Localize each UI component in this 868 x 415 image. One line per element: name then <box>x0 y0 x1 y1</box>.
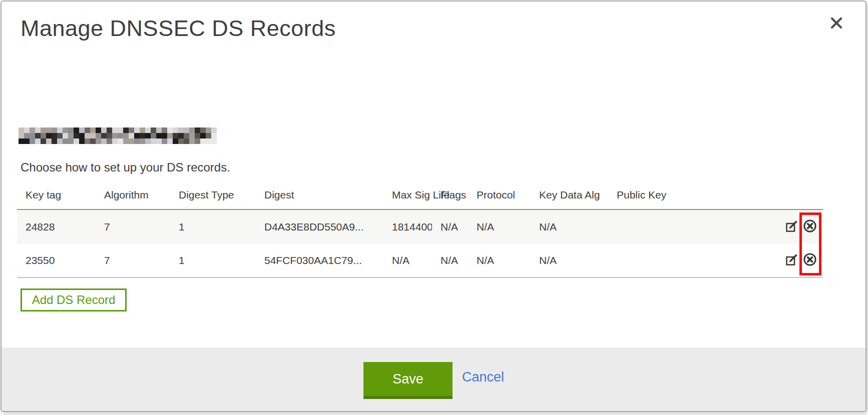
add-ds-record-button[interactable]: Add DS Record <box>21 288 127 312</box>
col-header-actions <box>781 180 823 210</box>
cell-key-data-alg: N/A <box>531 244 608 278</box>
table-row: 24828 7 1 D4A33E8DD550A9... 1814400 N/A … <box>17 210 823 244</box>
cell-digest-type: 1 <box>170 244 256 278</box>
dialog-footer: Save Cancel <box>2 348 865 411</box>
instruction-text: Choose how to set up your DS records. <box>21 160 230 174</box>
cell-flags: N/A <box>432 244 468 278</box>
cell-digest: 54FCF030AA1C79... <box>256 244 383 278</box>
col-header-digest: Digest <box>256 180 383 210</box>
cell-max-sig-life: N/A <box>383 244 432 278</box>
cell-algorithm: 7 <box>96 244 170 278</box>
col-header-public-key: Public Key <box>608 180 781 210</box>
page-title: Manage DNSSEC DS Records <box>21 16 336 42</box>
col-header-algorithm: Algorithm <box>96 180 170 210</box>
cell-key-data-alg: N/A <box>531 210 608 244</box>
cell-flags: N/A <box>432 210 468 244</box>
cell-actions <box>781 210 823 244</box>
cell-protocol: N/A <box>468 244 531 278</box>
col-header-key-data-alg: Key Data Alg <box>531 180 608 210</box>
cell-public-key <box>608 244 781 278</box>
cell-digest: D4A33E8DD550A9... <box>256 210 383 244</box>
redacted-domain-name <box>19 128 217 144</box>
cell-actions <box>781 244 823 278</box>
save-button[interactable]: Save <box>363 362 453 399</box>
col-header-max-sig-life: Max Sig Life <box>383 180 432 210</box>
manage-dnssec-dialog: Manage DNSSEC DS Records Choose how to s… <box>1 0 866 412</box>
close-icon <box>829 16 844 32</box>
col-header-digest-type: Digest Type <box>170 180 256 210</box>
delete-record-button[interactable] <box>803 220 817 234</box>
close-button[interactable] <box>826 14 846 34</box>
cell-digest-type: 1 <box>170 210 256 244</box>
cell-max-sig-life: 1814400 <box>383 210 432 244</box>
cancel-link[interactable]: Cancel <box>462 370 504 385</box>
col-header-protocol: Protocol <box>468 180 531 210</box>
table-header-row: Key tag Algorithm Digest Type Digest Max… <box>17 180 823 210</box>
edit-record-button[interactable] <box>785 220 798 234</box>
table-row: 23550 7 1 54FCF030AA1C79... N/A N/A N/A … <box>17 244 823 278</box>
delete-circle-x-icon <box>803 219 817 234</box>
col-header-key-tag: Key tag <box>17 180 96 210</box>
cell-key-tag: 24828 <box>17 210 96 244</box>
cell-algorithm: 7 <box>96 210 170 244</box>
delete-record-button[interactable] <box>803 254 817 268</box>
cell-protocol: N/A <box>468 210 531 244</box>
ds-records-table: Key tag Algorithm Digest Type Digest Max… <box>17 180 823 278</box>
edit-pencil-square-icon <box>785 220 798 234</box>
cell-key-tag: 23550 <box>17 244 96 278</box>
delete-circle-x-icon <box>803 252 817 268</box>
cell-public-key <box>608 210 781 244</box>
edit-record-button[interactable] <box>785 254 798 268</box>
edit-pencil-square-icon <box>785 253 798 268</box>
